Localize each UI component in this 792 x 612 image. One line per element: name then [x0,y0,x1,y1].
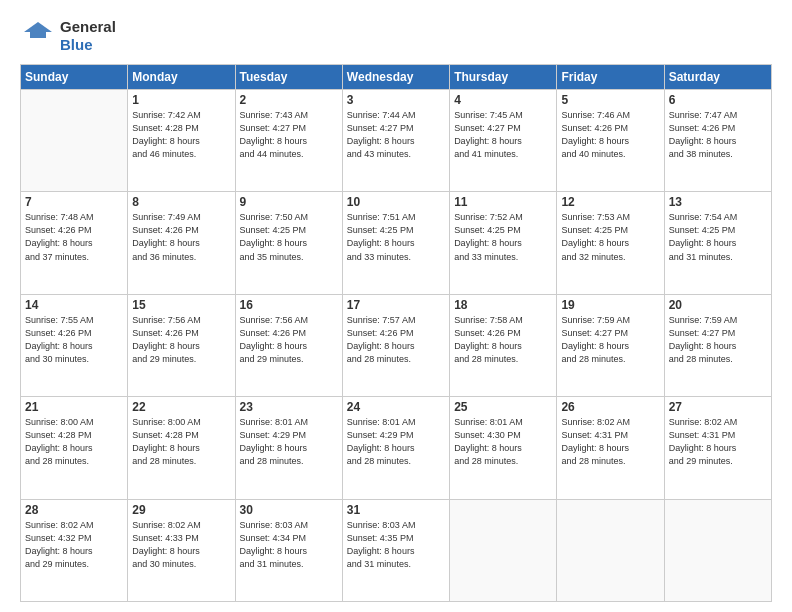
calendar-cell: 25Sunrise: 8:01 AMSunset: 4:30 PMDayligh… [450,397,557,499]
day-info: Sunrise: 7:48 AMSunset: 4:26 PMDaylight:… [25,211,123,263]
logo-line1: General [60,18,116,36]
day-number: 3 [347,93,445,107]
day-info: Sunrise: 7:53 AMSunset: 4:25 PMDaylight:… [561,211,659,263]
calendar-cell: 15Sunrise: 7:56 AMSunset: 4:26 PMDayligh… [128,294,235,396]
calendar-cell [557,499,664,601]
calendar-cell [450,499,557,601]
calendar-week-row: 1Sunrise: 7:42 AMSunset: 4:28 PMDaylight… [21,90,772,192]
day-info: Sunrise: 7:49 AMSunset: 4:26 PMDaylight:… [132,211,230,263]
day-number: 26 [561,400,659,414]
day-info: Sunrise: 7:42 AMSunset: 4:28 PMDaylight:… [132,109,230,161]
day-info: Sunrise: 7:46 AMSunset: 4:26 PMDaylight:… [561,109,659,161]
day-number: 7 [25,195,123,209]
day-info: Sunrise: 7:59 AMSunset: 4:27 PMDaylight:… [561,314,659,366]
day-info: Sunrise: 7:59 AMSunset: 4:27 PMDaylight:… [669,314,767,366]
calendar-cell: 30Sunrise: 8:03 AMSunset: 4:34 PMDayligh… [235,499,342,601]
day-number: 22 [132,400,230,414]
day-info: Sunrise: 8:00 AMSunset: 4:28 PMDaylight:… [25,416,123,468]
day-number: 29 [132,503,230,517]
calendar-cell: 9Sunrise: 7:50 AMSunset: 4:25 PMDaylight… [235,192,342,294]
day-number: 13 [669,195,767,209]
day-number: 10 [347,195,445,209]
calendar-cell: 27Sunrise: 8:02 AMSunset: 4:31 PMDayligh… [664,397,771,499]
day-info: Sunrise: 7:57 AMSunset: 4:26 PMDaylight:… [347,314,445,366]
day-info: Sunrise: 7:58 AMSunset: 4:26 PMDaylight:… [454,314,552,366]
calendar-cell: 2Sunrise: 7:43 AMSunset: 4:27 PMDaylight… [235,90,342,192]
day-info: Sunrise: 8:02 AMSunset: 4:33 PMDaylight:… [132,519,230,571]
calendar-cell: 12Sunrise: 7:53 AMSunset: 4:25 PMDayligh… [557,192,664,294]
day-number: 31 [347,503,445,517]
calendar-cell: 21Sunrise: 8:00 AMSunset: 4:28 PMDayligh… [21,397,128,499]
day-number: 19 [561,298,659,312]
calendar-week-row: 7Sunrise: 7:48 AMSunset: 4:26 PMDaylight… [21,192,772,294]
logo-line2: Blue [60,36,116,54]
page: General Blue SundayMondayTuesdayWednesda… [0,0,792,612]
day-number: 25 [454,400,552,414]
day-of-week-header: Wednesday [342,65,449,90]
day-of-week-header: Saturday [664,65,771,90]
day-info: Sunrise: 8:01 AMSunset: 4:29 PMDaylight:… [240,416,338,468]
calendar-cell: 10Sunrise: 7:51 AMSunset: 4:25 PMDayligh… [342,192,449,294]
calendar-cell: 8Sunrise: 7:49 AMSunset: 4:26 PMDaylight… [128,192,235,294]
day-number: 15 [132,298,230,312]
header: General Blue [20,18,772,54]
calendar-cell: 31Sunrise: 8:03 AMSunset: 4:35 PMDayligh… [342,499,449,601]
day-number: 30 [240,503,338,517]
day-number: 1 [132,93,230,107]
calendar-cell: 29Sunrise: 8:02 AMSunset: 4:33 PMDayligh… [128,499,235,601]
day-number: 23 [240,400,338,414]
calendar-cell: 23Sunrise: 8:01 AMSunset: 4:29 PMDayligh… [235,397,342,499]
day-number: 5 [561,93,659,107]
calendar-cell [21,90,128,192]
day-of-week-header: Thursday [450,65,557,90]
day-info: Sunrise: 8:02 AMSunset: 4:32 PMDaylight:… [25,519,123,571]
calendar-cell: 11Sunrise: 7:52 AMSunset: 4:25 PMDayligh… [450,192,557,294]
calendar-table: SundayMondayTuesdayWednesdayThursdayFrid… [20,64,772,602]
calendar-cell: 4Sunrise: 7:45 AMSunset: 4:27 PMDaylight… [450,90,557,192]
calendar-cell: 6Sunrise: 7:47 AMSunset: 4:26 PMDaylight… [664,90,771,192]
day-info: Sunrise: 7:56 AMSunset: 4:26 PMDaylight:… [240,314,338,366]
calendar-cell: 16Sunrise: 7:56 AMSunset: 4:26 PMDayligh… [235,294,342,396]
day-of-week-header: Friday [557,65,664,90]
day-info: Sunrise: 8:03 AMSunset: 4:34 PMDaylight:… [240,519,338,571]
day-of-week-header: Monday [128,65,235,90]
calendar-cell [664,499,771,601]
calendar-week-row: 14Sunrise: 7:55 AMSunset: 4:26 PMDayligh… [21,294,772,396]
day-number: 2 [240,93,338,107]
day-info: Sunrise: 8:02 AMSunset: 4:31 PMDaylight:… [669,416,767,468]
day-info: Sunrise: 7:52 AMSunset: 4:25 PMDaylight:… [454,211,552,263]
day-info: Sunrise: 8:03 AMSunset: 4:35 PMDaylight:… [347,519,445,571]
day-info: Sunrise: 8:01 AMSunset: 4:29 PMDaylight:… [347,416,445,468]
day-number: 14 [25,298,123,312]
calendar-cell: 17Sunrise: 7:57 AMSunset: 4:26 PMDayligh… [342,294,449,396]
day-info: Sunrise: 7:55 AMSunset: 4:26 PMDaylight:… [25,314,123,366]
day-number: 28 [25,503,123,517]
day-number: 24 [347,400,445,414]
day-number: 20 [669,298,767,312]
calendar-cell: 26Sunrise: 8:02 AMSunset: 4:31 PMDayligh… [557,397,664,499]
calendar-cell: 14Sunrise: 7:55 AMSunset: 4:26 PMDayligh… [21,294,128,396]
day-number: 21 [25,400,123,414]
day-info: Sunrise: 7:44 AMSunset: 4:27 PMDaylight:… [347,109,445,161]
day-number: 11 [454,195,552,209]
day-info: Sunrise: 8:01 AMSunset: 4:30 PMDaylight:… [454,416,552,468]
day-info: Sunrise: 7:50 AMSunset: 4:25 PMDaylight:… [240,211,338,263]
calendar-header-row: SundayMondayTuesdayWednesdayThursdayFrid… [21,65,772,90]
day-number: 6 [669,93,767,107]
calendar-cell: 7Sunrise: 7:48 AMSunset: 4:26 PMDaylight… [21,192,128,294]
calendar-week-row: 28Sunrise: 8:02 AMSunset: 4:32 PMDayligh… [21,499,772,601]
calendar-cell: 20Sunrise: 7:59 AMSunset: 4:27 PMDayligh… [664,294,771,396]
calendar-cell: 28Sunrise: 8:02 AMSunset: 4:32 PMDayligh… [21,499,128,601]
day-info: Sunrise: 7:47 AMSunset: 4:26 PMDaylight:… [669,109,767,161]
day-number: 4 [454,93,552,107]
calendar-cell: 18Sunrise: 7:58 AMSunset: 4:26 PMDayligh… [450,294,557,396]
calendar-cell: 19Sunrise: 7:59 AMSunset: 4:27 PMDayligh… [557,294,664,396]
day-number: 18 [454,298,552,312]
day-number: 9 [240,195,338,209]
calendar-cell: 22Sunrise: 8:00 AMSunset: 4:28 PMDayligh… [128,397,235,499]
day-number: 16 [240,298,338,312]
day-info: Sunrise: 7:45 AMSunset: 4:27 PMDaylight:… [454,109,552,161]
day-info: Sunrise: 7:43 AMSunset: 4:27 PMDaylight:… [240,109,338,161]
day-number: 17 [347,298,445,312]
day-info: Sunrise: 8:02 AMSunset: 4:31 PMDaylight:… [561,416,659,468]
